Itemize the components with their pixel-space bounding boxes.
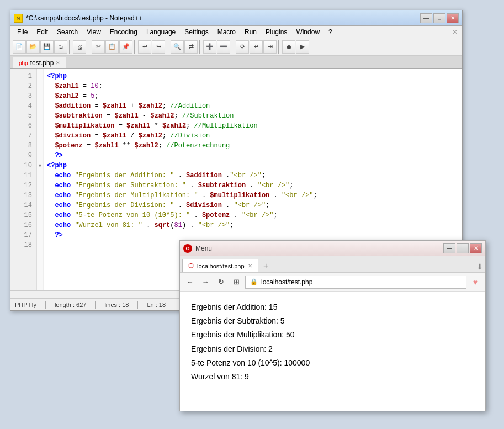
fold-17[interactable] [37, 230, 43, 240]
fold-14[interactable] [37, 200, 43, 210]
status-sep1 [45, 301, 46, 309]
browser-tab-icon: ⬡ [188, 262, 194, 269]
browser-title-left: O Menu [183, 244, 212, 253]
result-line-4: Ergebnis der Division: 2 [191, 342, 474, 356]
menu-settings[interactable]: Settings [180, 26, 213, 38]
menu-plugins[interactable]: Plugins [261, 26, 291, 38]
menu-encoding[interactable]: Encoding [105, 26, 142, 38]
tab-label: test.php [30, 59, 54, 67]
result-line-5: 5-te Potenz von 10 (10^5): 100000 [191, 356, 474, 370]
tb-replace[interactable]: ⇄ [184, 40, 198, 54]
fold-18[interactable] [37, 240, 43, 250]
tb-record[interactable]: ⏺ [282, 40, 295, 54]
menu-help[interactable]: ? [324, 26, 337, 38]
fold-16[interactable] [37, 220, 43, 230]
fold-13[interactable] [37, 190, 43, 200]
tb-paste[interactable]: 📌 [119, 40, 132, 54]
tb-sep7 [278, 40, 280, 54]
tb-zoomin[interactable]: ➕ [203, 40, 216, 54]
npp-tabbar: php test.php ✕ [10, 56, 462, 69]
browser-close-button[interactable]: ✕ [470, 243, 482, 253]
result-line-1: Ergebnis der Addition: 15 [191, 300, 474, 314]
menu-search[interactable]: Search [52, 26, 82, 38]
tb-saveall[interactable]: 🗂 [54, 40, 67, 54]
browser-tab-testphp[interactable]: ⬡ localhost/test.php ✕ [182, 259, 258, 272]
tb-cut[interactable]: ✂ [92, 40, 105, 54]
tb-new[interactable]: 📄 [13, 40, 26, 54]
fold-5[interactable] [37, 111, 43, 121]
fold-4[interactable] [37, 101, 43, 111]
tb-redo[interactable]: ↪ [152, 40, 165, 54]
npp-maximize-button[interactable]: □ [433, 13, 445, 23]
menu-separator: ✕ [452, 28, 460, 36]
browser-scroll-icon[interactable]: ⬇ [476, 262, 483, 271]
tb-copy[interactable]: 📋 [105, 40, 119, 54]
npp-minimize-button[interactable]: — [420, 13, 432, 23]
line-numbers: 1 2 3 4 5 6 7 8 9 10 11 12 13 14 15 16 1… [10, 69, 37, 298]
menu-macro[interactable]: Macro [213, 26, 240, 38]
browser-title: Menu [195, 245, 212, 252]
browser-grid-button[interactable]: ⊞ [230, 276, 243, 289]
browser-content: Ergebnis der Addition: 15 Ergebnis der S… [180, 292, 485, 393]
browser-back-button[interactable]: ← [183, 276, 197, 289]
tb-find[interactable]: 🔍 [171, 40, 184, 54]
tb-save[interactable]: 💾 [40, 40, 54, 54]
npp-titlebar-left: N *C:\xampp\htdocs\test.php - Notepad++ [14, 14, 142, 23]
status-ln: Ln : 18 [147, 301, 166, 308]
fold-1[interactable] [37, 71, 43, 81]
menu-language[interactable]: Language [142, 26, 180, 38]
tb-zoomout[interactable]: ➖ [217, 40, 230, 54]
menu-view[interactable]: View [82, 26, 105, 38]
browser-favorite-button[interactable]: ♥ [469, 276, 482, 289]
tb-open[interactable]: 📂 [26, 40, 40, 54]
menu-edit[interactable]: Edit [32, 26, 52, 38]
browser-tab-close-icon[interactable]: ✕ [248, 263, 252, 269]
fold-11[interactable] [37, 171, 43, 181]
tb-wordwrap[interactable]: ↵ [250, 40, 263, 54]
menu-window[interactable]: Window [291, 26, 324, 38]
fold-6[interactable] [37, 121, 43, 131]
status-lines: lines : 18 [104, 301, 129, 308]
address-lock-icon: 🔒 [250, 278, 258, 285]
browser-reload-button[interactable]: ↻ [214, 276, 227, 289]
browser-address-bar[interactable]: 🔒 [245, 276, 466, 289]
tb-undo[interactable]: ↩ [138, 40, 151, 54]
browser-tab-label: localhost/test.php [197, 263, 245, 269]
npp-tab-testphp[interactable]: php test.php ✕ [13, 57, 66, 68]
tb-sep3 [134, 40, 136, 54]
fold-9[interactable] [37, 151, 43, 161]
npp-app-icon: N [14, 14, 23, 23]
tab-close-icon[interactable]: ✕ [56, 60, 60, 66]
menu-file[interactable]: File [13, 26, 32, 38]
npp-toolbar: 📄 📂 💾 🗂 🖨 ✂ 📋 📌 ↩ ↪ 🔍 ⇄ ➕ ➖ ⟳ ↵ ⇥ ⏺ ▶ [10, 38, 462, 56]
browser-titlebar: O Menu — □ ✕ [180, 241, 485, 256]
npp-titlebar: N *C:\xampp\htdocs\test.php - Notepad++ … [10, 10, 462, 26]
fold-8[interactable] [37, 141, 43, 151]
fold-10[interactable]: ▼ [37, 161, 43, 171]
browser-window-buttons: — □ ✕ [443, 243, 482, 253]
tab-icon: php [19, 60, 28, 66]
tb-sync[interactable]: ⟳ [236, 40, 249, 54]
fold-15[interactable] [37, 210, 43, 220]
browser-new-tab-button[interactable]: + [259, 260, 273, 272]
browser-toolbar: ← → ↻ ⊞ 🔒 ♥ [180, 273, 485, 292]
tb-sep2 [88, 40, 90, 54]
fold-12[interactable] [37, 181, 43, 190]
tb-play[interactable]: ▶ [296, 40, 309, 54]
browser-tabbar: ⬡ localhost/test.php ✕ + ⬇ [180, 256, 485, 273]
menu-run[interactable]: Run [240, 26, 261, 38]
npp-close-button[interactable]: ✕ [447, 13, 459, 23]
npp-title: *C:\xampp\htdocs\test.php - Notepad++ [26, 14, 142, 22]
browser-forward-button[interactable]: → [199, 276, 212, 289]
fold-2[interactable] [37, 81, 43, 91]
tb-sep1 [69, 40, 71, 54]
npp-window-buttons: — □ ✕ [420, 13, 459, 23]
browser-minimize-button[interactable]: — [443, 243, 455, 253]
browser-app-icon: O [183, 244, 192, 253]
fold-7[interactable] [37, 131, 43, 141]
address-input[interactable] [261, 278, 461, 286]
browser-maximize-button[interactable]: □ [457, 243, 469, 253]
fold-3[interactable] [37, 91, 43, 101]
tb-indent[interactable]: ⇥ [263, 40, 277, 54]
tb-print[interactable]: 🖨 [73, 40, 86, 54]
